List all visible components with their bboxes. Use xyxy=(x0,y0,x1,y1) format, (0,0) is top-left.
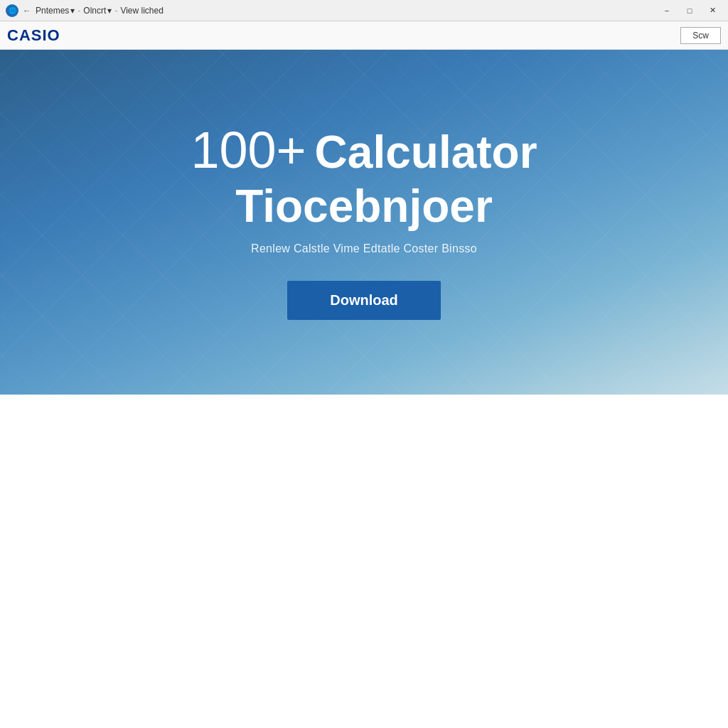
hero-description: Renlew Calstle Vime Edtatle Coster Binss… xyxy=(191,242,537,255)
maximize-button[interactable]: □ xyxy=(680,4,700,18)
hero-subtitle: Tiocebnjoer xyxy=(191,181,537,231)
window-controls: − □ ✕ xyxy=(657,4,722,18)
chrome-left: 🌐 ← Pntemes ▾ - Olncrt ▾ - View liched xyxy=(6,4,164,17)
close-button[interactable]: ✕ xyxy=(702,4,722,18)
download-button[interactable]: Download xyxy=(287,281,441,320)
hero-headline: 100+ Calculator xyxy=(191,124,537,176)
minimize-button[interactable]: − xyxy=(657,4,677,18)
hero-calculator-label: Calculator xyxy=(315,129,537,175)
hero-section: 100+ Calculator Tiocebnjoer Renlew Calst… xyxy=(0,50,728,395)
store-button[interactable]: Scw xyxy=(680,27,721,44)
window-chrome: 🌐 ← Pntemes ▾ - Olncrt ▾ - View liched −… xyxy=(0,0,728,21)
hero-number: 100+ xyxy=(191,124,306,176)
hero-content: 100+ Calculator Tiocebnjoer Renlew Calst… xyxy=(176,110,551,334)
browser-toolbar: CASIO Scw xyxy=(0,21,728,50)
content-area xyxy=(0,395,728,728)
browser-icon: 🌐 xyxy=(6,4,18,17)
casio-logo: CASIO xyxy=(7,26,60,45)
menu-item-2[interactable]: Olncrt ▾ xyxy=(83,6,112,16)
menu-item-1[interactable]: Pntemes ▾ xyxy=(36,6,75,16)
menu-item-3[interactable]: View liched xyxy=(120,6,163,16)
chrome-menu-items: Pntemes ▾ - Olncrt ▾ - View liched xyxy=(36,6,164,16)
back-arrow[interactable]: ← xyxy=(23,6,31,16)
